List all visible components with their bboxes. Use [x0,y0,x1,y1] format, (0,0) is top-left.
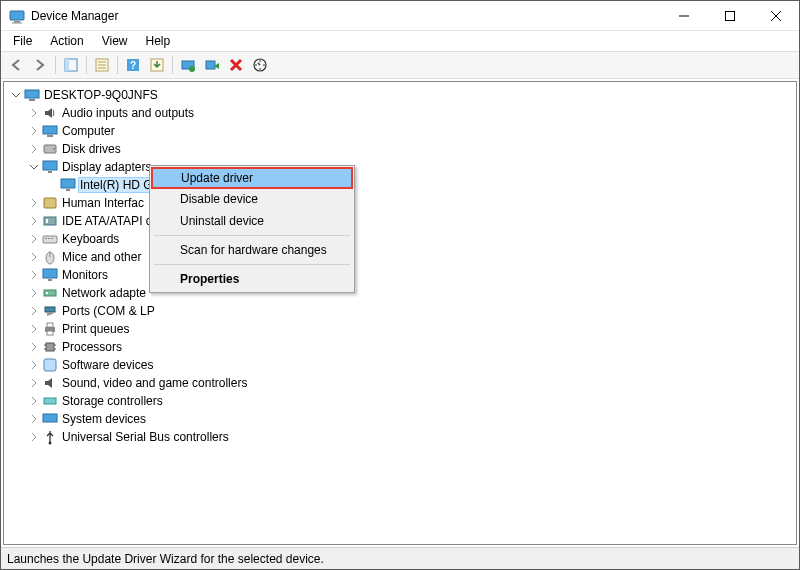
category-label: Sound, video and game controllers [60,376,249,390]
context-menu: Update driver Disable device Uninstall d… [149,165,355,293]
keyboard-icon [42,231,58,247]
disable-device-button[interactable] [201,54,223,76]
svg-rect-45 [47,323,53,327]
svg-rect-53 [44,398,56,404]
network-icon [42,285,58,301]
system-icon [42,411,58,427]
status-text: Launches the Update Driver Wizard for th… [7,552,324,566]
chevron-right-icon[interactable] [28,125,40,137]
menu-help[interactable]: Help [138,32,179,50]
category-node[interactable]: Network adapte [26,284,794,302]
svg-rect-23 [47,135,53,137]
chevron-right-icon[interactable] [28,431,40,443]
chevron-right-icon[interactable] [28,269,40,281]
forward-button[interactable] [29,54,51,76]
window-controls [661,1,799,31]
svg-rect-36 [51,238,53,239]
uninstall-device-button[interactable] [225,54,247,76]
chevron-right-icon[interactable] [28,215,40,227]
chevron-right-icon[interactable] [28,395,40,407]
ctx-properties[interactable]: Properties [152,268,352,290]
category-node[interactable]: Processors [26,338,794,356]
svg-rect-31 [44,217,56,225]
svg-rect-41 [44,290,56,296]
category-label: Universal Serial Bus controllers [60,430,231,444]
root-node[interactable]: DESKTOP-9Q0JNFS [8,86,794,104]
category-label: Monitors [60,268,110,282]
help-button[interactable]: ? [122,54,144,76]
svg-rect-4 [726,11,735,20]
chevron-right-icon[interactable] [28,197,40,209]
category-node[interactable]: Keyboards [26,230,794,248]
category-node[interactable]: Universal Serial Bus controllers [26,428,794,446]
chevron-right-icon[interactable] [28,143,40,155]
chevron-right-icon[interactable] [28,107,40,119]
properties-button[interactable] [91,54,113,76]
chevron-right-icon[interactable] [28,377,40,389]
toolbar-separator [172,56,173,74]
category-node[interactable]: Monitors [26,266,794,284]
ctx-update-driver[interactable]: Update driver [151,167,353,189]
chevron-right-icon[interactable] [28,251,40,263]
chevron-right-icon[interactable] [28,233,40,245]
svg-rect-30 [44,198,56,208]
ctx-scan-hardware[interactable]: Scan for hardware changes [152,239,352,261]
app-icon [9,8,25,24]
category-label: Print queues [60,322,131,336]
svg-rect-27 [48,171,52,173]
maximize-button[interactable] [707,1,753,31]
chevron-right-icon[interactable] [28,341,40,353]
close-button[interactable] [753,1,799,31]
hid-icon [42,195,58,211]
svg-rect-29 [66,189,70,191]
titlebar: Device Manager [1,1,799,31]
category-node[interactable]: Mice and other [26,248,794,266]
category-node[interactable]: Audio inputs and outputs [26,104,794,122]
menu-view[interactable]: View [94,32,136,50]
chevron-right-icon[interactable] [28,287,40,299]
ctx-uninstall-device[interactable]: Uninstall device [152,210,352,232]
root-label: DESKTOP-9Q0JNFS [42,88,160,102]
svg-rect-33 [43,236,57,243]
chevron-right-icon[interactable] [28,305,40,317]
category-label: Computer [60,124,117,138]
menu-file[interactable]: File [5,32,40,50]
chevron-right-icon[interactable] [28,413,40,425]
show-hide-tree-button[interactable] [60,54,82,76]
audio-icon [42,105,58,121]
spacer [46,179,58,191]
chevron-right-icon[interactable] [28,359,40,371]
category-node[interactable]: Sound, video and game controllers [26,374,794,392]
tree-pane[interactable]: DESKTOP-9Q0JNFS Audio inputs and outputs… [3,81,797,545]
ctx-disable-device[interactable]: Disable device [152,188,352,210]
chevron-down-icon[interactable] [28,161,40,173]
category-node[interactable]: System devices [26,410,794,428]
category-node[interactable]: Storage controllers [26,392,794,410]
chevron-right-icon[interactable] [28,323,40,335]
svg-rect-1 [14,21,20,23]
category-label: Display adapters [60,160,153,174]
scan-hardware-button[interactable] [249,54,271,76]
category-node[interactable]: Human Interfac [26,194,794,212]
menubar: File Action View Help [1,31,799,51]
category-node[interactable]: Disk drives [26,140,794,158]
category-node[interactable]: Ports (COM & LP [26,302,794,320]
export-button[interactable] [146,54,168,76]
ctx-separator [154,235,350,236]
category-node[interactable]: Software devices [26,356,794,374]
print-icon [42,321,58,337]
category-node[interactable]: IDE ATA/ATAPI c [26,212,794,230]
category-label: System devices [60,412,148,426]
menu-action[interactable]: Action [42,32,91,50]
svg-rect-34 [45,238,47,239]
back-button[interactable] [5,54,27,76]
ide-icon [42,213,58,229]
chevron-down-icon[interactable] [10,89,22,101]
category-node[interactable]: Print queues [26,320,794,338]
category-label: Software devices [60,358,155,372]
category-node[interactable]: Computer [26,122,794,140]
svg-point-17 [189,66,195,72]
minimize-button[interactable] [661,1,707,31]
category-node[interactable]: Display adapters [26,158,794,176]
update-driver-button[interactable] [177,54,199,76]
